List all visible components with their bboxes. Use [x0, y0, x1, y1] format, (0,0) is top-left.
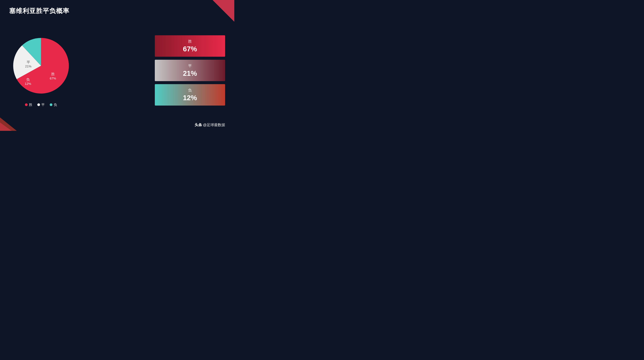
main-content: 胜 67% 平 21% 负 12% 胜 平 负: [0, 20, 234, 121]
stat-draw-value: 21%: [162, 69, 218, 77]
page-title: 塞维利亚胜平负概率: [9, 7, 70, 15]
pie-draw-pct: 21%: [25, 64, 32, 68]
legend-loss-label: 负: [54, 102, 57, 107]
stat-loss-value: 12%: [162, 94, 218, 102]
legend-draw: 平: [37, 102, 45, 107]
stat-win-label: 胜: [162, 39, 218, 44]
stat-loss-label: 负: [162, 88, 218, 93]
chart-legend: 胜 平 负: [25, 102, 57, 107]
legend-draw-dot: [37, 103, 40, 106]
legend-win-dot: [25, 103, 28, 106]
pie-win-pct: 67%: [50, 76, 56, 80]
pie-loss-pct: 12%: [25, 82, 31, 85]
stat-card-loss: 负 12%: [155, 84, 225, 106]
legend-loss: 负: [50, 102, 57, 107]
footer: 头条 @足球最数据: [195, 122, 225, 127]
pie-chart: 胜 67% 平 21% 负 12%: [9, 34, 73, 97]
legend-win-label: 胜: [29, 102, 32, 107]
footer-brand: 头条: [195, 123, 202, 127]
stat-win-value: 67%: [162, 45, 218, 53]
pie-loss-label: 负: [26, 78, 30, 81]
legend-win: 胜: [25, 102, 32, 107]
legend-draw-label: 平: [41, 102, 45, 107]
pie-win-label: 胜: [51, 72, 55, 76]
corner-decoration-bottom-left-2: [0, 122, 12, 131]
stat-card-draw: 平 21%: [155, 60, 225, 81]
footer-handle: @足球最数据: [203, 123, 225, 127]
legend-loss-dot: [50, 103, 52, 106]
pie-section: 胜 67% 平 21% 负 12% 胜 平 负: [9, 34, 73, 107]
corner-decoration-top-right: [212, 0, 234, 22]
stats-section: 胜 67% 平 21% 负 12%: [155, 35, 225, 106]
stat-card-win: 胜 67%: [155, 35, 225, 57]
pie-draw-label: 平: [26, 60, 30, 64]
stat-draw-label: 平: [162, 63, 218, 68]
